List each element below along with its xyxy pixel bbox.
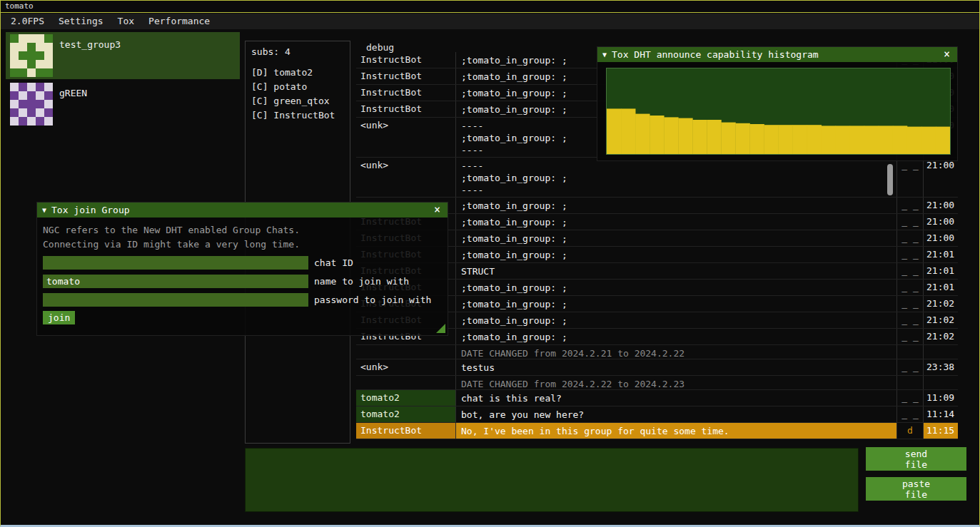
menu-item-settings[interactable]: Settings [51, 14, 111, 29]
roster-item-label: gREEN [59, 83, 87, 126]
chat-message: testus [455, 359, 896, 375]
chat-flags: d [896, 423, 923, 439]
chat-message: ;tomato_in_group: ; [455, 214, 896, 230]
chat-message: ;tomato_in_group: ; [455, 198, 896, 213]
chat-message: DATE CHANGED from 2024.2.22 to 2024.2.23 [455, 376, 896, 389]
dht-histogram-titlebar: ▼ Tox DHT announce capability histogram … [597, 47, 957, 62]
roster-item-test_group3[interactable]: test_group3 [6, 32, 240, 79]
member-item[interactable]: [C] green_qtox [251, 94, 344, 108]
join-password-label: password to join with [314, 295, 431, 305]
fps-counter: 2.0FPS [4, 14, 51, 29]
chat-message: ;tomato_in_group: ; [455, 296, 896, 312]
chat-scrollbar[interactable] [887, 164, 893, 195]
roster-item-label: test_group3 [59, 34, 121, 77]
dht-histogram-title: Tox DHT announce capability histogram [612, 49, 936, 60]
chat-sender: InstructBot [356, 52, 455, 68]
chat-timestamp: 23:38 [923, 359, 958, 375]
chat-flags: _ _ [896, 359, 923, 375]
chat-row[interactable]: tomato2chat is this real?_ _11:09 [356, 390, 958, 406]
chat-timestamp: 21:02 [923, 329, 958, 344]
send-file-button[interactable]: send file [866, 447, 966, 471]
join-info-line: NGC refers to the New DHT enabled Group … [43, 223, 442, 237]
join-name-label: name to join with [314, 276, 409, 287]
join-password-input[interactable] [43, 293, 308, 307]
join-group-window: ▼ Tox join Group × NGC refers to the New… [36, 202, 448, 336]
chat-sender: InstructBot [356, 101, 455, 117]
message-input[interactable] [245, 448, 859, 512]
chat-timestamp: 11:15 [923, 423, 958, 439]
menu-bar: 2.0FPS SettingsToxPerformance [1, 14, 979, 29]
chat-flags: _ _ [896, 247, 923, 262]
avatar [10, 34, 53, 77]
chat-row[interactable]: tomato2bot, are you new here?_ _11:14 [356, 406, 958, 423]
chat-id-input[interactable] [43, 256, 308, 270]
chat-message: DATE CHANGED from 2024.2.21 to 2024.2.22 [455, 345, 896, 359]
chat-row[interactable]: DATE CHANGED from 2024.2.21 to 2024.2.22 [356, 345, 958, 359]
chat-sender: tomato2 [356, 390, 455, 406]
chat-message: ;tomato_in_group: ; [455, 329, 896, 344]
chat-row[interactable]: <unk>testus_ _23:38 [356, 359, 958, 376]
member-item[interactable]: [C] InstructBot [251, 108, 344, 123]
chat-timestamp: 21:01 [923, 263, 958, 279]
chat-row[interactable]: <unk>---- ;tomato_in_group: ; ----_ _21:… [356, 158, 958, 198]
resize-grip[interactable] [436, 324, 445, 333]
chat-message: No, I've been in this group for quite so… [455, 423, 896, 439]
paste-file-button[interactable]: paste file [866, 477, 966, 501]
chat-timestamp [923, 345, 958, 359]
chat-message: STRUCT [455, 263, 896, 279]
chat-flags: _ _ [896, 214, 923, 230]
chat-flags: _ _ [896, 390, 923, 406]
chat-timestamp: 21:00 [923, 214, 958, 230]
chat-message: ;tomato_in_group: ; [455, 247, 896, 262]
join-button[interactable]: join [43, 311, 75, 324]
roster-item-gREEN[interactable]: gREEN [6, 81, 240, 128]
chat-row[interactable]: DATE CHANGED from 2024.2.22 to 2024.2.23 [356, 376, 958, 390]
menu-item-tox[interactable]: Tox [111, 14, 141, 29]
chat-flags: _ _ [896, 198, 923, 213]
window-title: tomato [1, 1, 979, 13]
chat-flags: _ _ [896, 296, 923, 312]
chat-flags: _ _ [896, 312, 923, 328]
menu-item-performance[interactable]: Performance [141, 14, 217, 29]
join-name-input[interactable] [43, 275, 308, 288]
chat-message: ;tomato_in_group: ; [455, 280, 896, 295]
chat-timestamp: 11:09 [923, 390, 958, 406]
chat-flags [896, 345, 923, 359]
chat-sender: InstructBot [356, 85, 455, 101]
tab-debug[interactable]: debug [366, 42, 394, 53]
chat-sender: InstructBot [356, 68, 455, 84]
chat-flags: _ _ [896, 280, 923, 295]
collapse-arrow-icon[interactable]: ▼ [602, 51, 607, 58]
join-group-title: Tox join Group [51, 205, 427, 215]
join-group-body: NGC refers to the New DHT enabled Group … [37, 218, 448, 330]
chat-message: chat is this real? [455, 390, 896, 406]
chat-sender: <unk> [356, 118, 455, 157]
chat-timestamp: 11:14 [923, 406, 958, 422]
chat-message: ;tomato_in_group: ; [455, 230, 896, 246]
chat-row[interactable]: InstructBotNo, I've been in this group f… [356, 423, 958, 439]
chat-message: ---- ;tomato_in_group: ; ---- [455, 158, 896, 197]
chat-sender: tomato2 [356, 406, 455, 422]
close-icon[interactable]: × [432, 205, 443, 215]
menu-items: SettingsToxPerformance [51, 14, 217, 29]
chat-timestamp [923, 376, 958, 389]
chat-message: ;tomato_in_group: ; [455, 312, 896, 328]
member-item[interactable]: [D] tomato2 [251, 66, 344, 80]
chat-sender: <unk> [356, 158, 455, 197]
chat-timestamp: 21:01 [923, 247, 958, 262]
member-item[interactable]: [C] potato [251, 80, 344, 94]
chat-sender: <unk> [356, 359, 455, 375]
join-info-line: Connecting via ID might take a very long… [43, 237, 442, 251]
dht-histogram-plot [606, 68, 951, 155]
close-icon[interactable]: × [941, 49, 952, 60]
chat-timestamp: 21:00 [923, 198, 958, 213]
dht-histogram-window: ▼ Tox DHT announce capability histogram … [597, 46, 958, 161]
join-group-titlebar: ▼ Tox join Group × [37, 203, 448, 218]
app-window: tomato 2.0FPS SettingsToxPerformance tes… [0, 0, 980, 527]
chat-flags: _ _ [896, 230, 923, 246]
chat-message: bot, are you new here? [455, 406, 896, 422]
chat-id-label: chat ID [314, 257, 353, 268]
members-header: subs: 4 [251, 46, 344, 57]
collapse-arrow-icon[interactable]: ▼ [42, 206, 46, 214]
chat-timestamp: 21:02 [923, 312, 958, 328]
